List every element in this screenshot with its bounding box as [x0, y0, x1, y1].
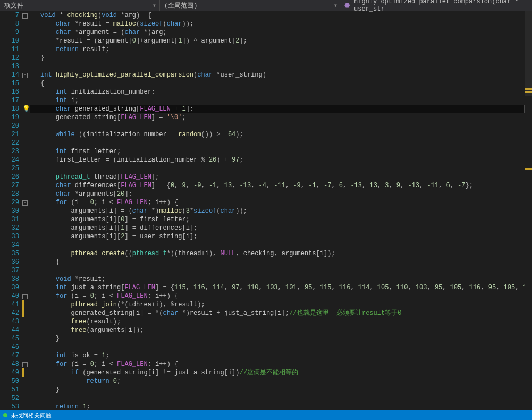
code-line[interactable] [30, 241, 525, 249]
line-number: 19 [0, 113, 19, 122]
line-number: 48 [0, 360, 19, 368]
line-number: 40 [0, 292, 19, 300]
code-line[interactable] [30, 62, 525, 71]
code-line[interactable]: int initialization_number; [30, 88, 525, 96]
code-line[interactable] [30, 394, 525, 402]
code-line[interactable]: char differences[FLAG_LEN] = {0, 9, -9, … [30, 181, 525, 190]
code-line[interactable] [30, 139, 525, 147]
line-number: 10 [0, 37, 19, 45]
line-number: 46 [0, 343, 19, 351]
line-number: 15 [0, 79, 19, 88]
code-line[interactable]: generated_string[FLAG_LEN] = '\0'; [30, 113, 525, 122]
code-line[interactable]: void * checking(void *arg) { [30, 11, 525, 20]
line-number: 35 [0, 249, 19, 258]
code-line[interactable]: arguments[i][2] = user_string[i]; [30, 232, 525, 241]
code-line[interactable]: } [30, 385, 525, 394]
line-number: 7 [0, 11, 19, 20]
line-number: 51 [0, 385, 19, 394]
code-line[interactable]: arguments[i][1] = differences[i]; [30, 224, 525, 232]
code-line[interactable]: } [30, 334, 525, 343]
line-number-gutter: 7891011121314151617181920212223242526272… [0, 11, 22, 411]
code-line[interactable]: for (i = 0; i < FLAG_LEN; i++) { [30, 360, 525, 368]
code-line[interactable]: } [30, 258, 525, 266]
code-line[interactable] [30, 343, 525, 351]
code-area[interactable]: void * checking(void *arg) { char *resul… [30, 11, 525, 411]
fold-toggle[interactable]: - [22, 71, 30, 79]
code-line[interactable]: int i; [30, 96, 525, 105]
line-number: 27 [0, 181, 19, 190]
code-line[interactable]: while ((initialization_number = random()… [30, 130, 525, 139]
line-number: 11 [0, 45, 19, 54]
scroll-marker [525, 168, 532, 170]
line-number: 28 [0, 190, 19, 198]
code-line[interactable] [30, 266, 525, 275]
code-line[interactable]: char generated_string[FLAG_LEN + 1]; [30, 105, 525, 113]
code-line[interactable]: void *result; [30, 275, 525, 283]
function-dropdown[interactable]: ⬣ highly_optimized_parallel_comparsion(c… [341, 0, 532, 11]
code-line[interactable]: pthread_create((pthread_t*)(thread+i), N… [30, 249, 525, 258]
fold-column: --💡--- [22, 11, 30, 411]
line-number: 25 [0, 164, 19, 173]
code-line[interactable]: *result = (argument[0]+argument[1]) ^ ar… [30, 37, 525, 45]
line-number: 21 [0, 130, 19, 139]
line-number: 18 [0, 105, 19, 113]
code-line[interactable]: arguments[i][0] = first_letter; [30, 215, 525, 224]
line-number: 42 [0, 309, 19, 317]
code-line[interactable]: free(result); [30, 317, 525, 326]
line-number: 30 [0, 207, 19, 215]
line-number: 12 [0, 54, 19, 62]
fold-toggle[interactable]: - [22, 360, 30, 368]
fold-toggle[interactable]: - [22, 198, 30, 207]
line-number: 13 [0, 62, 19, 71]
line-number: 43 [0, 317, 19, 326]
lightbulb-icon[interactable]: 💡 [22, 105, 30, 113]
code-line[interactable]: return 0; [30, 377, 525, 385]
line-number: 49 [0, 368, 19, 377]
code-line[interactable]: if (generated_string[i] != just_a_string… [30, 368, 525, 377]
code-line[interactable]: int first_letter; [30, 147, 525, 156]
code-line[interactable]: { [30, 79, 525, 88]
breadcrumb-bar: 项文件 ▾ (全局范围) ▾ ⬣ highly_optimized_parall… [0, 0, 532, 11]
code-line[interactable]: pthread_t thread[FLAG_LEN]; [30, 173, 525, 181]
line-number: 39 [0, 283, 19, 292]
code-line[interactable] [30, 122, 525, 130]
code-line[interactable]: int just_a_string[FLAG_LEN] = {115, 116,… [30, 283, 525, 292]
code-line[interactable]: char *arguments[20]; [30, 190, 525, 198]
scope-file-label: 项文件 [0, 0, 28, 11]
fold-toggle[interactable]: - [22, 292, 30, 300]
code-line[interactable]: for (i = 0; i < FLAG_LEN; i++) { [30, 198, 525, 207]
code-line[interactable]: int highly_optimized_parallel_comparsion… [30, 71, 525, 79]
scroll-thumb[interactable] [525, 11, 532, 96]
line-number: 52 [0, 394, 19, 402]
line-number: 14 [0, 71, 19, 79]
code-line[interactable]: generated_string[i] = *(char *)result + … [30, 309, 525, 317]
line-number: 37 [0, 266, 19, 275]
code-line[interactable]: char *argument = (char *)arg; [30, 28, 525, 37]
line-number: 22 [0, 139, 19, 147]
code-line[interactable] [30, 164, 525, 173]
code-line[interactable]: } [30, 54, 525, 62]
line-number: 45 [0, 334, 19, 343]
chevron-down-icon: ▾ [331, 2, 341, 10]
cube-icon: ⬣ [344, 2, 350, 10]
code-line[interactable]: return 1; [30, 402, 525, 411]
code-line[interactable]: int is_ok = 1; [30, 351, 525, 360]
code-line[interactable]: first_letter = (initialization_number % … [30, 156, 525, 164]
code-line[interactable]: arguments[i] = (char *)malloc(3*sizeof(c… [30, 207, 525, 215]
line-number: 24 [0, 156, 19, 164]
code-line[interactable]: char *result = malloc(sizeof(char)); [30, 20, 525, 28]
code-line[interactable]: pthread_join(*(tdhrea+i), &result); [30, 300, 525, 309]
fold-toggle[interactable]: - [22, 11, 30, 20]
line-number: 33 [0, 232, 19, 241]
scope-file-dropdown[interactable]: 项文件 ▾ [0, 0, 160, 11]
line-number: 34 [0, 241, 19, 249]
line-number: 16 [0, 88, 19, 96]
code-line[interactable]: free(arguments[i]); [30, 326, 525, 334]
code-line[interactable]: for (i = 0; i < FLAG_LEN; i++) { [30, 292, 525, 300]
code-line[interactable]: return result; [30, 45, 525, 54]
line-number: 53 [0, 402, 19, 411]
scope-global-dropdown[interactable]: (全局范围) ▾ [160, 0, 341, 11]
line-number: 8 [0, 20, 19, 28]
change-marker [22, 309, 30, 317]
scroll-map[interactable] [525, 11, 532, 411]
